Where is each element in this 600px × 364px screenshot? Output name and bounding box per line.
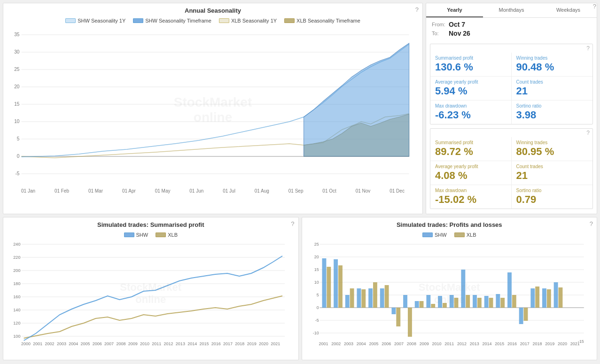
bar-shw-2018: [519, 308, 523, 324]
shw-winning-trades-label: Winning trades: [516, 55, 588, 61]
legend-xlb-br: XLB: [454, 232, 476, 238]
bar-shw-2010: [426, 295, 430, 308]
br-x-2016: 2016: [507, 341, 517, 346]
profits-losses-svg: 25 20 15 10 5 0 -5 -10 -15: [306, 240, 593, 343]
bar-shw-2019: [530, 288, 535, 308]
shw-max-drawdown-cell: Max drawdown -6.23 %: [430, 101, 512, 124]
xlb-sortino-cell: Sortino ratio 0.79: [512, 185, 593, 209]
bar-shw-2003: [345, 295, 349, 308]
summarised-profit-help-icon[interactable]: ?: [291, 220, 294, 227]
br-x-2004: 2004: [357, 341, 366, 346]
legend-shw-tf: SHW Seasonality Timeframe: [133, 18, 211, 23]
xlb-sortino-value: 0.79: [516, 194, 588, 206]
legend-label-xlb-tf: XLB Seasonality Timeframe: [296, 18, 360, 23]
to-value: Nov 26: [449, 30, 470, 37]
profits-losses-chart: ? Simulated trades: Profits and losses S…: [302, 217, 598, 360]
legend-label-xlb-br: XLB: [467, 232, 476, 238]
br-x-2008: 2008: [407, 341, 416, 346]
legend-shw-1y: SHW Seasonality 1Y: [65, 18, 125, 23]
svg-text:140: 140: [13, 308, 20, 312]
to-label: To:: [432, 31, 445, 36]
bl-x-2004: 2004: [69, 341, 78, 346]
bl-x-2007: 2007: [104, 341, 114, 346]
xlb-summarised-profit-cell: Summarised profit 89.72 %: [430, 137, 512, 161]
svg-text:0: 0: [316, 305, 319, 310]
legend-label-shw-bottom: SHW: [136, 232, 148, 238]
x-label-jul: 01 Jul: [223, 188, 235, 194]
bar-xlb-2004: [361, 289, 366, 308]
x-label-aug: 01 Aug: [255, 188, 269, 194]
bar-xlb-2013: [466, 295, 470, 308]
x-label-may: 01 May: [155, 188, 171, 194]
bar-xlb-2005: [373, 282, 377, 308]
summarised-profit-legend: SHW XLB: [3, 230, 298, 240]
bar-shw-2020: [542, 288, 546, 308]
br-x-2012: 2012: [457, 341, 467, 346]
xlb-avg-yearly-cell: Average yearly profit 4.08 %: [430, 161, 512, 185]
legend-xlb-tf: XLB Seasonality Timeframe: [284, 18, 360, 23]
br-x-2007: 2007: [394, 341, 404, 346]
summarised-profit-title: Simulated trades: Summarised profit: [3, 217, 298, 230]
br-x-2019: 2019: [545, 341, 554, 346]
shw-stats-help-icon[interactable]: ?: [586, 45, 590, 52]
bl-x-2012: 2012: [164, 341, 173, 346]
br-x-2017: 2017: [520, 341, 530, 346]
legend-swatch-xlb-1y: [219, 18, 229, 23]
bl-x-2020: 2020: [259, 341, 268, 346]
bar-shw-2013: [461, 270, 465, 308]
svg-text:15: 15: [314, 267, 319, 272]
xlb-sortino-label: Sortino ratio: [516, 188, 588, 193]
profits-losses-legend: SHW XLB: [302, 230, 597, 240]
svg-text:120: 120: [13, 321, 20, 325]
svg-text:15: 15: [14, 101, 20, 107]
shw-count-trades-label: Count trades: [516, 79, 588, 85]
xlb-stats-help-icon[interactable]: ?: [586, 130, 590, 136]
bar-shw-2002: [334, 259, 338, 308]
svg-text:100: 100: [13, 334, 20, 339]
profits-losses-help-icon[interactable]: ?: [590, 220, 593, 227]
x-label-jun: 01 Jun: [189, 188, 203, 194]
bl-x-2010: 2010: [140, 341, 149, 346]
bl-x-2019: 2019: [247, 341, 257, 346]
bar-xlb-2007: [396, 308, 400, 326]
shw-summarised-profit-label: Summarised profit: [435, 55, 506, 61]
br-x-2018: 2018: [533, 341, 542, 346]
xlb-summarised-profit-label: Summarised profit: [435, 140, 506, 145]
svg-text:20: 20: [314, 255, 319, 259]
legend-label-xlb-1y: XLB Seasonality 1Y: [231, 18, 277, 23]
bar-xlb-2002: [338, 265, 343, 308]
annual-chart-title: Annual Seasonality: [3, 3, 422, 16]
svg-text:-10: -10: [312, 331, 319, 335]
bl-x-2014: 2014: [187, 341, 197, 346]
br-x-2013: 2013: [470, 341, 479, 346]
tab-weekdays[interactable]: Weekdays: [540, 3, 597, 17]
shw-stats-block: ? Summarised profit 130.6 % Winning trad…: [430, 44, 593, 124]
from-label: From:: [432, 22, 445, 27]
shw-summarised-profit-value: 130.6 %: [435, 61, 506, 73]
bar-xlb-2015: [489, 298, 493, 308]
legend-label-shw-br: SHW: [435, 232, 447, 238]
xlb-count-trades-cell: Count trades 21: [512, 161, 593, 185]
br-x-2015: 2015: [495, 341, 504, 346]
legend-label-xlb-bottom: XLB: [168, 232, 178, 238]
br-x-2003: 2003: [344, 341, 353, 346]
tab-yearly[interactable]: Yearly: [426, 3, 483, 17]
summarised-profit-svg: 240 220 200 180 160 140 120 100: [7, 240, 295, 343]
bar-shw-2009: [414, 301, 419, 308]
xlb-avg-yearly-value: 4.08 %: [435, 170, 506, 182]
annual-chart-help-icon[interactable]: ?: [415, 6, 419, 13]
shw-max-drawdown-label: Max drawdown: [435, 103, 506, 108]
bar-shw-2004: [357, 288, 361, 308]
tab-monthdays[interactable]: Monthdays: [483, 3, 540, 17]
bl-x-2000: 2000: [21, 341, 31, 346]
date-range: From: Oct 7 To: Nov 26: [426, 18, 597, 40]
stats-help-icon[interactable]: ?: [593, 3, 596, 10]
svg-text:25: 25: [314, 242, 319, 247]
svg-marker-20: [304, 43, 409, 156]
x-label-sep: 01 Sep: [288, 188, 304, 194]
shw-sortino-cell: Sortino ratio 3.98: [512, 101, 593, 124]
xlb-max-drawdown-value: -15.02 %: [435, 194, 506, 206]
shw-avg-yearly-value: 5.94 %: [435, 85, 506, 97]
bl-x-2021: 2021: [271, 341, 280, 346]
bl-x-2015: 2015: [199, 341, 209, 346]
